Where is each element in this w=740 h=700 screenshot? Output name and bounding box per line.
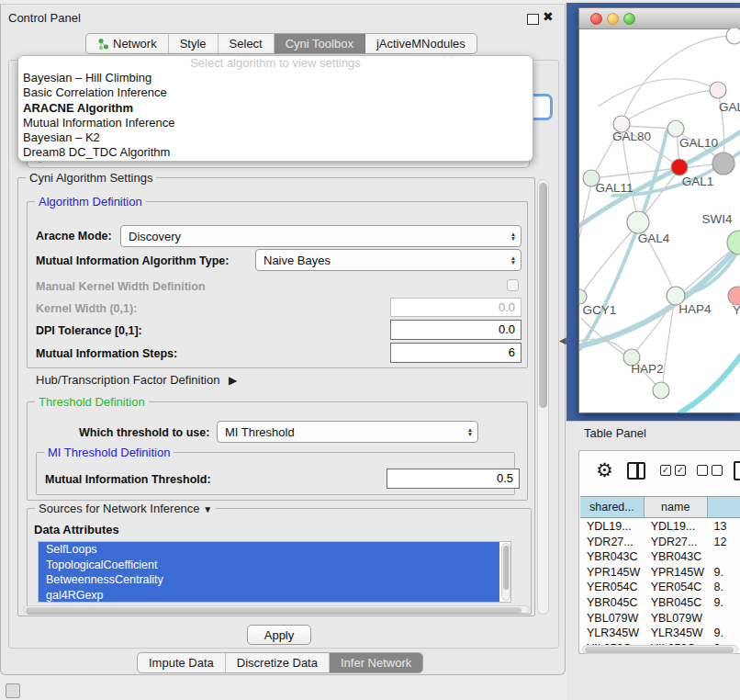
table-hscrollbar[interactable]: [582, 645, 738, 654]
table-cell[interactable]: YDR27...: [580, 535, 645, 550]
collapse-down-icon[interactable]: ▼: [203, 504, 212, 514]
checked-checkbox-icon[interactable]: ✓: [660, 465, 671, 476]
settings-hscrollbar[interactable]: [23, 605, 530, 614]
table-row[interactable]: YER054CYER054C8.: [580, 580, 740, 595]
table-row[interactable]: YPR145WYPR145W9.: [580, 565, 740, 581]
table-cell[interactable]: 9.: [707, 595, 740, 611]
algorithm-popup-item[interactable]: ARACNE Algorithm: [18, 101, 533, 116]
document-icon[interactable]: [734, 461, 740, 480]
data-attribute-item[interactable]: SelfLoops: [39, 542, 499, 558]
table-row[interactable]: YLR345WYLR345W9.: [580, 626, 740, 641]
settings-hscrollbar-thumb[interactable]: [26, 607, 521, 614]
table-cell[interactable]: YPR145W: [645, 565, 708, 581]
settings-scrollbar-thumb[interactable]: [539, 183, 547, 408]
mi-type-combo[interactable]: Naive Bayes ▲▼: [255, 249, 521, 271]
docked-panel-icon[interactable]: [6, 683, 20, 698]
kernel-width-field[interactable]: 0.0: [390, 298, 521, 317]
table-column-header[interactable]: shared...: [580, 497, 645, 517]
table-cell[interactable]: YDL19...: [645, 519, 708, 535]
data-attribute-item[interactable]: TopologicalCoefficient: [39, 558, 499, 573]
table-cell[interactable]: [707, 549, 740, 565]
network-node-gal[interactable]: [710, 82, 726, 98]
checked-checkbox-icon[interactable]: ✓: [675, 465, 686, 476]
unchecked-checkbox-icon[interactable]: [697, 465, 708, 476]
network-node-gal1[interactable]: [671, 159, 688, 175]
tab-infer-network[interactable]: Infer Network: [330, 653, 422, 672]
close-icon[interactable]: ✖: [543, 9, 554, 24]
table-column-header[interactable]: [708, 497, 740, 517]
attr-list-scrollbar[interactable]: [501, 543, 510, 601]
algorithm-popup-item[interactable]: Bayesian – K2: [18, 130, 533, 145]
table-cell[interactable]: YBR043C: [645, 549, 708, 565]
table-cell[interactable]: 9.: [707, 565, 740, 581]
table-row[interactable]: YDR27...YDR27...12: [580, 535, 740, 550]
data-attribute-item[interactable]: gal4RGexp: [39, 588, 499, 604]
mi-steps-field[interactable]: 6: [390, 343, 521, 363]
table-cell[interactable]: YBR045C: [580, 595, 645, 611]
dpi-tolerance-field[interactable]: 0.0: [390, 320, 521, 340]
manual-kernel-checkbox[interactable]: [507, 279, 519, 291]
network-canvas[interactable]: GALGAL80GAL10GAL1GAL11GAL4SWI4GCY1HAP4YH…: [579, 28, 740, 412]
table-row[interactable]: YBL079WYBL079W: [580, 611, 740, 627]
table-cell[interactable]: YLR345W: [645, 626, 708, 641]
table-cell[interactable]: YER054C: [580, 580, 645, 595]
table-cell[interactable]: YLR345W: [580, 626, 645, 641]
table-cell[interactable]: YBR045C: [645, 595, 708, 611]
network-window-titlebar[interactable]: [579, 8, 740, 29]
algorithm-popup-item[interactable]: Mutual Information Inference: [18, 116, 533, 130]
gear-icon[interactable]: ⚙: [596, 459, 613, 481]
data-attribute-item[interactable]: BetweennessCentrality: [39, 572, 499, 588]
which-threshold-combo[interactable]: MI Threshold ▲▼: [217, 421, 478, 443]
table-cell[interactable]: YPR145W: [580, 565, 645, 581]
algorithm-popup-item[interactable]: Dream8 DC_TDC Algorithm: [18, 145, 533, 160]
table-cell[interactable]: YBL079W: [580, 611, 645, 627]
aracne-mode-combo[interactable]: Discovery ▲▼: [120, 225, 521, 247]
table-cell[interactable]: YER054C: [645, 580, 708, 595]
data-attributes-list[interactable]: SelfLoopsTopologicalCoefficientBetweenne…: [38, 541, 511, 603]
table-cell[interactable]: 13: [707, 519, 740, 535]
network-node-swi4[interactable]: [727, 231, 740, 254]
table-cell[interactable]: YDL19...: [580, 519, 645, 535]
zoom-traffic-light[interactable]: [623, 13, 635, 25]
table-cell[interactable]: YBL079W: [645, 611, 708, 627]
unchecked-checkbox-icon[interactable]: [712, 465, 723, 476]
table-column-header[interactable]: name: [645, 497, 708, 517]
table-cell[interactable]: [707, 611, 740, 627]
table-row[interactable]: YBR045CYBR045C9.: [580, 595, 740, 611]
table-row[interactable]: YBR043CYBR043C: [580, 549, 740, 565]
network-node[interactable]: [653, 382, 669, 399]
mi-threshold-field[interactable]: 0.5: [387, 469, 520, 489]
network-node-gal10[interactable]: [667, 120, 684, 137]
network-node-y[interactable]: [728, 287, 740, 305]
tab-discretize-data[interactable]: Discretize Data: [226, 653, 330, 672]
hub-definition-expander[interactable]: Hub/Transcription Factor Definition ▶: [36, 373, 237, 387]
column-layout-icon[interactable]: [627, 462, 645, 480]
table-cell[interactable]: YBR043C: [580, 549, 645, 565]
tab-jactivemnodules[interactable]: jActiveMNodules: [365, 34, 477, 53]
network-node[interactable]: [726, 28, 740, 44]
network-node-gal4[interactable]: [627, 211, 649, 233]
splitter-collapse-icon[interactable]: ◀: [559, 335, 566, 345]
tab-network[interactable]: Network: [86, 34, 169, 53]
tab-style[interactable]: Style: [169, 34, 219, 53]
table-cell[interactable]: 9.: [707, 626, 740, 641]
tab-cyni-toolbox[interactable]: Cyni Toolbox: [275, 34, 365, 53]
network-view-window[interactable]: GALGAL80GAL10GAL1GAL11GAL4SWI4GCY1HAP4YH…: [578, 7, 740, 413]
algorithm-popup-item[interactable]: Basic Correlation Inference: [18, 85, 533, 100]
table-hscrollbar-thumb[interactable]: [585, 647, 734, 653]
expand-right-icon[interactable]: ▶: [229, 374, 237, 387]
algorithm-popup-item[interactable]: Bayesian – Hill Climbing: [18, 71, 533, 85]
table-cell[interactable]: YDR27...: [645, 535, 708, 550]
tab-select[interactable]: Select: [219, 34, 275, 53]
table-cell[interactable]: 8.: [707, 580, 740, 595]
table-row[interactable]: YDL19...YDL19...13: [580, 519, 740, 535]
apply-button[interactable]: Apply: [247, 625, 311, 645]
attr-list-scrollbar-thumb[interactable]: [503, 546, 509, 590]
settings-scrollbar[interactable]: [537, 179, 549, 615]
close-traffic-light[interactable]: [590, 13, 602, 25]
float-window-icon[interactable]: [527, 14, 539, 25]
minimize-traffic-light[interactable]: [607, 13, 619, 25]
network-node-gcy1[interactable]: [579, 289, 587, 304]
tab-impute-data[interactable]: Impute Data: [138, 653, 226, 672]
table-cell[interactable]: 12: [707, 535, 740, 550]
